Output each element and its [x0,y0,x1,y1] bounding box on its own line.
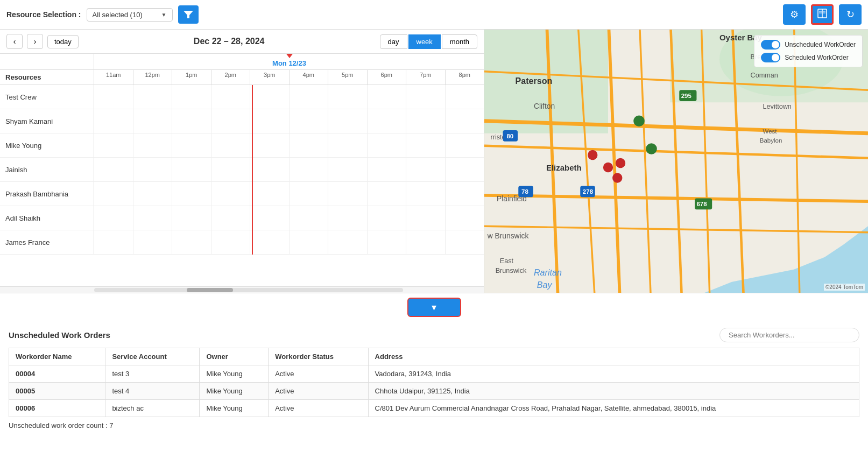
time-cell[interactable] [250,133,290,157]
time-cell[interactable] [446,182,484,206]
refresh-button[interactable]: ↻ [839,4,862,25]
book-button[interactable] [811,4,834,25]
settings-button[interactable]: ⚙ [783,4,806,25]
time-cell[interactable] [250,230,290,254]
time-cell[interactable] [94,158,133,181]
time-cell[interactable] [211,158,251,181]
time-cell[interactable] [368,230,407,254]
next-button[interactable]: › [27,34,43,49]
time-cell[interactable] [290,158,329,181]
time-cell[interactable] [250,182,290,206]
today-button[interactable]: today [47,35,79,48]
time-cell[interactable] [290,206,329,230]
service-account-cell: biztech ac [105,400,200,417]
scheduled-toggle[interactable] [761,53,780,62]
time-cell[interactable] [446,230,484,254]
time-cell[interactable] [328,206,368,230]
time-cell[interactable] [328,182,368,206]
time-cell[interactable] [290,133,329,157]
time-cell[interactable] [290,109,329,133]
time-cell[interactable] [406,230,446,254]
time-cell[interactable] [406,182,446,206]
unscheduled-toggle[interactable] [761,40,780,50]
week-tab[interactable]: week [408,34,441,49]
time-cell[interactable] [446,133,484,157]
time-cell[interactable] [211,206,251,230]
time-cell[interactable] [211,109,251,133]
time-cell[interactable] [290,85,329,109]
calendar-scrollbar[interactable] [0,286,484,293]
time-cell[interactable] [172,85,211,109]
time-cell[interactable] [133,85,173,109]
time-cell[interactable] [446,158,484,181]
resource-slots [94,109,484,133]
time-cell[interactable] [446,85,484,109]
time-cell[interactable] [328,230,368,254]
time-cell[interactable] [133,230,173,254]
time-cell[interactable] [94,133,133,157]
time-slot-label: 12pm [133,70,173,84]
time-cell[interactable] [172,158,211,181]
resource-slots [94,230,484,254]
time-cell[interactable] [211,182,251,206]
time-cell[interactable] [446,206,484,230]
time-cell[interactable] [94,109,133,133]
workorder-name-cell: 00004 [9,365,105,383]
legend-unscheduled: Unscheduled WorkOrder [761,40,856,50]
time-cell[interactable] [368,206,407,230]
time-cell[interactable] [368,158,407,181]
time-cell[interactable] [211,133,251,157]
filter-button[interactable] [178,5,199,24]
time-cell[interactable] [406,133,446,157]
time-cell[interactable] [94,230,133,254]
time-cell[interactable] [368,133,407,157]
time-cell[interactable] [133,182,173,206]
time-cell[interactable] [406,109,446,133]
time-cell[interactable] [290,182,329,206]
time-cell[interactable] [290,230,329,254]
search-input[interactable] [719,328,859,342]
time-cell[interactable] [328,158,368,181]
collapse-button[interactable]: ▾ [407,298,461,317]
time-cell[interactable] [172,133,211,157]
time-cell[interactable] [211,230,251,254]
time-cell[interactable] [133,109,173,133]
time-cell[interactable] [211,85,251,109]
time-cell[interactable] [94,85,133,109]
time-cell[interactable] [446,109,484,133]
time-cell[interactable] [94,182,133,206]
time-cell[interactable] [368,182,407,206]
time-cell[interactable] [368,85,407,109]
day-tab[interactable]: day [380,34,407,49]
month-tab[interactable]: month [442,34,477,49]
time-cell[interactable] [406,85,446,109]
time-cell[interactable] [328,133,368,157]
table-row[interactable]: 00006biztech acMike YoungActiveC/801 Dev… [9,400,859,417]
table-row[interactable]: 00005test 4Mike YoungActiveChhota Udaipu… [9,383,859,400]
time-cell[interactable] [172,182,211,206]
prev-button[interactable]: ‹ [6,34,23,49]
time-cell[interactable] [172,230,211,254]
time-cell[interactable] [133,206,173,230]
time-cell[interactable] [406,158,446,181]
time-cell[interactable] [328,85,368,109]
time-cell[interactable] [133,133,173,157]
time-slot-label: 5pm [328,70,368,84]
time-cell[interactable] [133,158,173,181]
time-cell[interactable] [328,109,368,133]
resource-select-dropdown[interactable]: All selected (10) ▼ [87,8,173,22]
time-cell[interactable] [250,85,290,109]
time-cell[interactable] [250,109,290,133]
scrollbar-track[interactable] [94,288,403,292]
time-cell[interactable] [94,206,133,230]
svg-point-54 [612,173,622,182]
table-row[interactable]: 00004test 3Mike YoungActiveVadodara, 391… [9,365,859,383]
time-cell[interactable] [250,158,290,181]
time-cell[interactable] [368,109,407,133]
scrollbar-thumb[interactable] [187,288,233,292]
time-cell[interactable] [406,206,446,230]
calendar-grid-wrapper[interactable]: Mon 12/23 Resources 11am12pm1pm2pm3pm4pm… [0,54,484,286]
time-cell[interactable] [172,206,211,230]
time-cell[interactable] [172,109,211,133]
time-cell[interactable] [250,206,290,230]
